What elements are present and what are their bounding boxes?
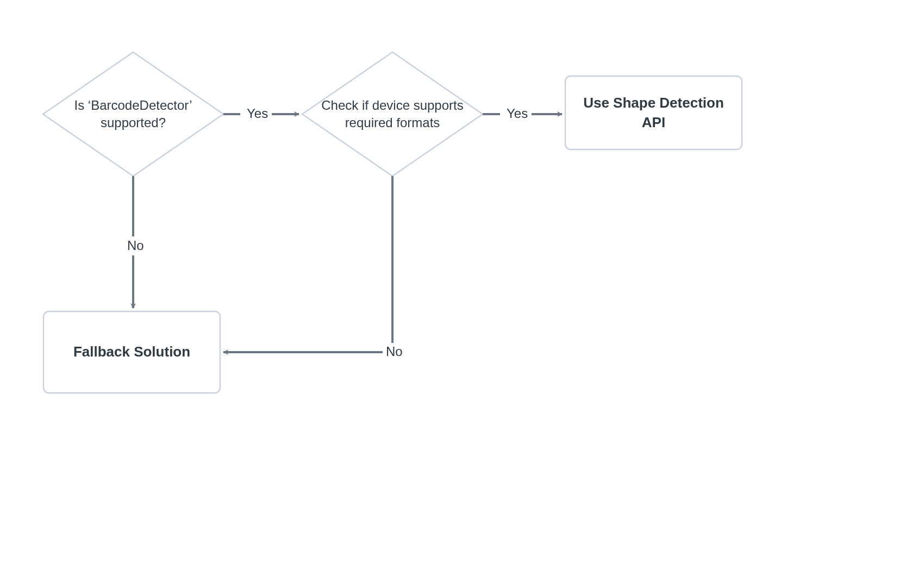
decision-device-formats [302, 52, 483, 176]
node-fallback-solution [43, 311, 220, 393]
decision-barcode-detector [43, 52, 223, 176]
node-use-shape-detection-api [565, 76, 742, 149]
flowchart-canvas [0, 0, 924, 575]
